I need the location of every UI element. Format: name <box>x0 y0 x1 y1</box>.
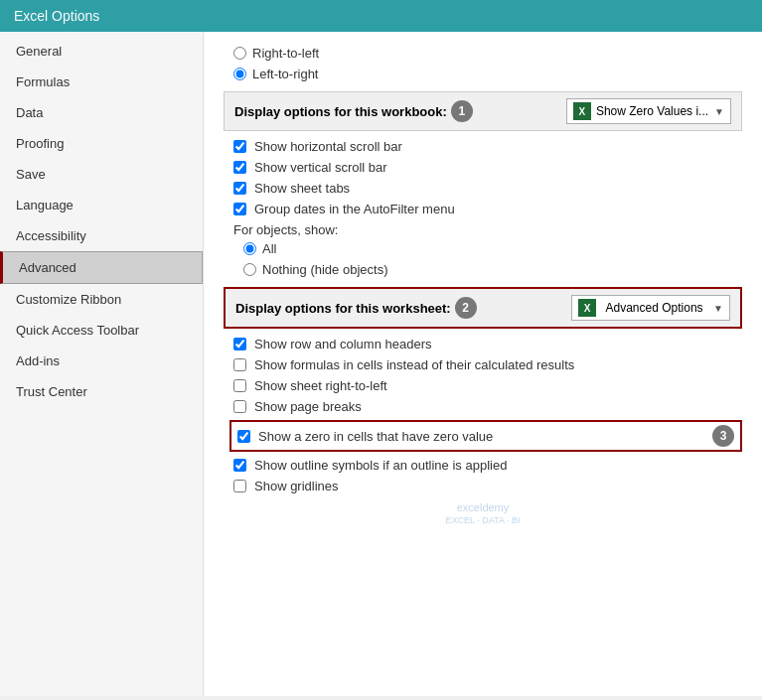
workbook-dropdown-label: Show Zero Values i... <box>596 104 708 118</box>
checkbox-page-breaks-label: Show page breaks <box>254 399 362 414</box>
checkbox-outline-symbols: Show outline symbols if an outline is ap… <box>233 458 742 473</box>
checkbox-outline-symbols-input[interactable] <box>233 459 246 472</box>
watermark: exceldemyEXCEL · DATA · BI <box>224 501 742 525</box>
radio-obj-nothing[interactable] <box>243 263 256 276</box>
checkbox-row-col-input[interactable] <box>233 338 246 350</box>
excel-icon-workbook: X <box>573 102 591 120</box>
worksheet-dropdown-chevron: ▼ <box>713 303 723 314</box>
section2-header: Display options for this worksheet: 2 X … <box>224 287 742 329</box>
sidebar-item-data[interactable]: Data <box>0 97 203 128</box>
checkbox-page-breaks: Show page breaks <box>233 399 742 414</box>
checkbox-gridlines-input[interactable] <box>233 480 246 492</box>
radio-ltr[interactable] <box>233 68 246 80</box>
checkbox-horiz-scroll: Show horizontal scroll bar <box>233 139 742 154</box>
worksheet-dropdown-label: Advanced Options <box>601 301 707 315</box>
radio-nothing-row: Nothing (hide objects) <box>243 262 742 277</box>
checkbox-row-col: Show row and column headers <box>233 337 742 351</box>
section2-header-text: Display options for this worksheet: <box>235 301 451 316</box>
radio-ltr-label: Left-to-right <box>252 67 318 81</box>
radio-ltr-row: Left-to-right <box>233 67 742 81</box>
checkbox-vert-scroll-label: Show vertical scroll bar <box>254 160 387 175</box>
radio-rtl[interactable] <box>233 47 246 60</box>
checkbox-sheet-tabs-label: Show sheet tabs <box>254 181 350 196</box>
checkbox-vert-scroll-input[interactable] <box>233 161 246 174</box>
checkbox-sheet-tabs-input[interactable] <box>233 182 246 195</box>
checkbox-zero-cells-label: Show a zero in cells that have zero valu… <box>258 429 493 444</box>
sidebar-item-save[interactable]: Save <box>0 159 203 190</box>
checkbox-sheet-rtl-input[interactable] <box>233 379 246 392</box>
checkbox-formulas-input[interactable] <box>233 358 246 371</box>
sidebar: General Formulas Data Proofing Save Lang… <box>0 32 204 696</box>
sidebar-item-accessibility[interactable]: Accessibility <box>0 220 203 251</box>
checkbox-row-col-label: Show row and column headers <box>254 337 432 351</box>
section1-header-text: Display options for this workbook: <box>234 104 447 119</box>
sidebar-item-formulas[interactable]: Formulas <box>0 67 203 97</box>
workbook-dropdown[interactable]: X Show Zero Values i... ▼ <box>566 98 731 124</box>
section1-header: Display options for this workbook: 1 X S… <box>224 91 742 131</box>
title-text: Excel Options <box>14 8 99 24</box>
checkbox-formulas-label: Show formulas in cells instead of their … <box>254 357 574 372</box>
checkbox-vert-scroll: Show vertical scroll bar <box>233 160 742 175</box>
checkbox-formulas: Show formulas in cells instead of their … <box>233 357 742 372</box>
section1-badge: 1 <box>451 100 473 122</box>
worksheet-dropdown[interactable]: X Advanced Options ▼ <box>571 295 730 321</box>
sidebar-item-customize-ribbon[interactable]: Customize Ribbon <box>0 284 203 315</box>
sidebar-item-general[interactable]: General <box>0 36 203 67</box>
radio-rtl-row: Right-to-left <box>233 46 742 61</box>
checkbox-page-breaks-input[interactable] <box>233 400 246 413</box>
radio-obj-all[interactable] <box>243 242 256 255</box>
checkbox-zero-cells: Show a zero in cells that have zero valu… <box>229 420 742 452</box>
checkbox-gridlines: Show gridlines <box>233 479 742 493</box>
sidebar-item-add-ins[interactable]: Add-ins <box>0 346 203 376</box>
for-objects-label: For objects, show: <box>233 222 742 237</box>
section2-header-wrap: Display options for this worksheet: 2 <box>235 297 477 319</box>
checkbox-gridlines-label: Show gridlines <box>254 479 339 493</box>
checkbox-group-dates: Group dates in the AutoFilter menu <box>233 202 742 216</box>
dialog-body: General Formulas Data Proofing Save Lang… <box>0 32 762 696</box>
title-bar: Excel Options <box>0 0 762 32</box>
sidebar-item-language[interactable]: Language <box>0 190 203 220</box>
sidebar-item-trust-center[interactable]: Trust Center <box>0 376 203 407</box>
checkbox-zero-cells-input[interactable] <box>237 430 250 443</box>
radio-obj-all-label: All <box>262 241 276 256</box>
checkbox-group-dates-label: Group dates in the AutoFilter menu <box>254 202 455 216</box>
section2-badge: 2 <box>455 297 477 319</box>
checkbox-sheet-rtl: Show sheet right-to-left <box>233 378 742 393</box>
section1-header-wrap: Display options for this workbook: 1 <box>234 100 473 122</box>
radio-obj-nothing-label: Nothing (hide objects) <box>262 262 387 277</box>
workbook-dropdown-chevron: ▼ <box>714 106 724 117</box>
excel-icon-worksheet: X <box>578 299 596 317</box>
sidebar-item-advanced[interactable]: Advanced <box>0 251 203 284</box>
content-area: Right-to-left Left-to-right Display opti… <box>204 32 762 696</box>
sidebar-item-proofing[interactable]: Proofing <box>0 128 203 159</box>
checkbox-horiz-scroll-input[interactable] <box>233 140 246 153</box>
section2-badge3: 3 <box>712 425 734 447</box>
radio-all-row: All <box>243 241 742 256</box>
checkbox-sheet-tabs: Show sheet tabs <box>233 181 742 196</box>
sidebar-item-quick-access[interactable]: Quick Access Toolbar <box>0 315 203 346</box>
checkbox-outline-symbols-label: Show outline symbols if an outline is ap… <box>254 458 507 473</box>
checkbox-horiz-scroll-label: Show horizontal scroll bar <box>254 139 402 154</box>
checkbox-sheet-rtl-label: Show sheet right-to-left <box>254 378 387 393</box>
checkbox-group-dates-input[interactable] <box>233 203 246 215</box>
radio-rtl-label: Right-to-left <box>252 46 319 61</box>
